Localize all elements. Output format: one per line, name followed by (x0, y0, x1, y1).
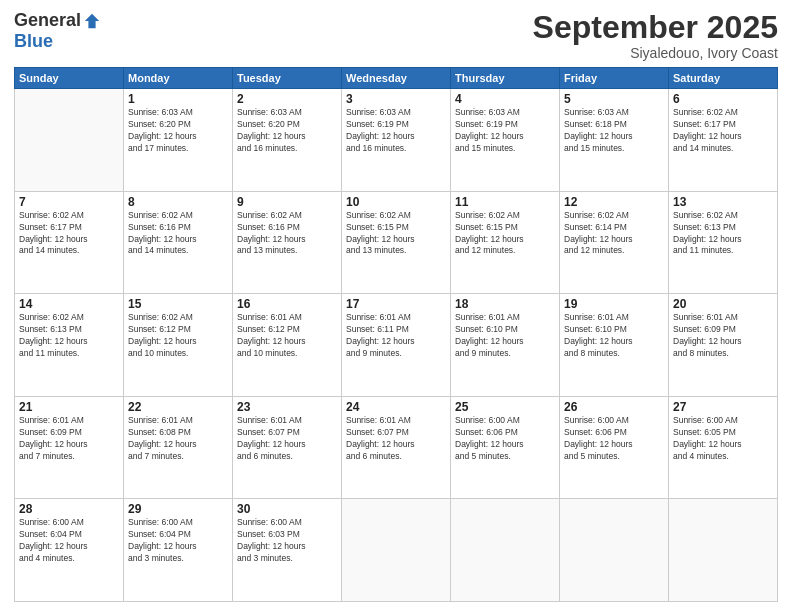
table-row: 3Sunrise: 6:03 AMSunset: 6:19 PMDaylight… (342, 89, 451, 192)
day-info: Sunrise: 6:03 AMSunset: 6:18 PMDaylight:… (564, 107, 664, 155)
day-number: 20 (673, 297, 773, 311)
col-saturday: Saturday (669, 68, 778, 89)
day-info: Sunrise: 6:02 AMSunset: 6:16 PMDaylight:… (128, 210, 228, 258)
day-number: 24 (346, 400, 446, 414)
day-number: 2 (237, 92, 337, 106)
day-info: Sunrise: 6:03 AMSunset: 6:19 PMDaylight:… (346, 107, 446, 155)
table-row: 8Sunrise: 6:02 AMSunset: 6:16 PMDaylight… (124, 191, 233, 294)
table-row: 6Sunrise: 6:02 AMSunset: 6:17 PMDaylight… (669, 89, 778, 192)
calendar-header-row: Sunday Monday Tuesday Wednesday Thursday… (15, 68, 778, 89)
day-number: 11 (455, 195, 555, 209)
day-info: Sunrise: 6:01 AMSunset: 6:08 PMDaylight:… (128, 415, 228, 463)
table-row: 19Sunrise: 6:01 AMSunset: 6:10 PMDayligh… (560, 294, 669, 397)
table-row: 16Sunrise: 6:01 AMSunset: 6:12 PMDayligh… (233, 294, 342, 397)
col-wednesday: Wednesday (342, 68, 451, 89)
day-info: Sunrise: 6:00 AMSunset: 6:05 PMDaylight:… (673, 415, 773, 463)
table-row: 7Sunrise: 6:02 AMSunset: 6:17 PMDaylight… (15, 191, 124, 294)
table-row: 24Sunrise: 6:01 AMSunset: 6:07 PMDayligh… (342, 396, 451, 499)
table-row: 20Sunrise: 6:01 AMSunset: 6:09 PMDayligh… (669, 294, 778, 397)
day-info: Sunrise: 6:01 AMSunset: 6:09 PMDaylight:… (19, 415, 119, 463)
day-info: Sunrise: 6:03 AMSunset: 6:19 PMDaylight:… (455, 107, 555, 155)
table-row: 27Sunrise: 6:00 AMSunset: 6:05 PMDayligh… (669, 396, 778, 499)
table-row: 13Sunrise: 6:02 AMSunset: 6:13 PMDayligh… (669, 191, 778, 294)
day-info: Sunrise: 6:01 AMSunset: 6:07 PMDaylight:… (346, 415, 446, 463)
table-row: 29Sunrise: 6:00 AMSunset: 6:04 PMDayligh… (124, 499, 233, 602)
svg-marker-0 (85, 13, 99, 27)
calendar-week-row: 28Sunrise: 6:00 AMSunset: 6:04 PMDayligh… (15, 499, 778, 602)
day-number: 9 (237, 195, 337, 209)
day-info: Sunrise: 6:02 AMSunset: 6:14 PMDaylight:… (564, 210, 664, 258)
day-number: 13 (673, 195, 773, 209)
table-row (15, 89, 124, 192)
table-row (451, 499, 560, 602)
day-number: 1 (128, 92, 228, 106)
day-number: 10 (346, 195, 446, 209)
table-row: 1Sunrise: 6:03 AMSunset: 6:20 PMDaylight… (124, 89, 233, 192)
day-info: Sunrise: 6:01 AMSunset: 6:11 PMDaylight:… (346, 312, 446, 360)
page: General Blue September 2025 Siyaledouo, … (0, 0, 792, 612)
table-row: 26Sunrise: 6:00 AMSunset: 6:06 PMDayligh… (560, 396, 669, 499)
day-info: Sunrise: 6:02 AMSunset: 6:17 PMDaylight:… (19, 210, 119, 258)
location-subtitle: Siyaledouo, Ivory Coast (533, 45, 778, 61)
table-row: 2Sunrise: 6:03 AMSunset: 6:20 PMDaylight… (233, 89, 342, 192)
table-row: 28Sunrise: 6:00 AMSunset: 6:04 PMDayligh… (15, 499, 124, 602)
day-info: Sunrise: 6:00 AMSunset: 6:04 PMDaylight:… (19, 517, 119, 565)
month-title: September 2025 (533, 10, 778, 45)
day-info: Sunrise: 6:01 AMSunset: 6:09 PMDaylight:… (673, 312, 773, 360)
day-info: Sunrise: 6:02 AMSunset: 6:15 PMDaylight:… (346, 210, 446, 258)
col-tuesday: Tuesday (233, 68, 342, 89)
day-number: 4 (455, 92, 555, 106)
table-row: 21Sunrise: 6:01 AMSunset: 6:09 PMDayligh… (15, 396, 124, 499)
day-number: 18 (455, 297, 555, 311)
day-info: Sunrise: 6:00 AMSunset: 6:04 PMDaylight:… (128, 517, 228, 565)
day-number: 30 (237, 502, 337, 516)
day-info: Sunrise: 6:00 AMSunset: 6:06 PMDaylight:… (564, 415, 664, 463)
day-number: 14 (19, 297, 119, 311)
table-row: 15Sunrise: 6:02 AMSunset: 6:12 PMDayligh… (124, 294, 233, 397)
day-number: 12 (564, 195, 664, 209)
table-row: 22Sunrise: 6:01 AMSunset: 6:08 PMDayligh… (124, 396, 233, 499)
day-info: Sunrise: 6:02 AMSunset: 6:17 PMDaylight:… (673, 107, 773, 155)
day-number: 29 (128, 502, 228, 516)
table-row: 25Sunrise: 6:00 AMSunset: 6:06 PMDayligh… (451, 396, 560, 499)
calendar-week-row: 14Sunrise: 6:02 AMSunset: 6:13 PMDayligh… (15, 294, 778, 397)
table-row: 4Sunrise: 6:03 AMSunset: 6:19 PMDaylight… (451, 89, 560, 192)
calendar-week-row: 21Sunrise: 6:01 AMSunset: 6:09 PMDayligh… (15, 396, 778, 499)
logo: General Blue (14, 10, 101, 52)
col-monday: Monday (124, 68, 233, 89)
day-info: Sunrise: 6:01 AMSunset: 6:10 PMDaylight:… (455, 312, 555, 360)
table-row: 14Sunrise: 6:02 AMSunset: 6:13 PMDayligh… (15, 294, 124, 397)
logo-general: General (14, 10, 81, 31)
day-info: Sunrise: 6:02 AMSunset: 6:16 PMDaylight:… (237, 210, 337, 258)
day-info: Sunrise: 6:03 AMSunset: 6:20 PMDaylight:… (237, 107, 337, 155)
day-number: 5 (564, 92, 664, 106)
day-number: 28 (19, 502, 119, 516)
col-thursday: Thursday (451, 68, 560, 89)
title-area: September 2025 Siyaledouo, Ivory Coast (533, 10, 778, 61)
table-row: 12Sunrise: 6:02 AMSunset: 6:14 PMDayligh… (560, 191, 669, 294)
day-info: Sunrise: 6:03 AMSunset: 6:20 PMDaylight:… (128, 107, 228, 155)
calendar-week-row: 7Sunrise: 6:02 AMSunset: 6:17 PMDaylight… (15, 191, 778, 294)
day-info: Sunrise: 6:01 AMSunset: 6:07 PMDaylight:… (237, 415, 337, 463)
day-number: 16 (237, 297, 337, 311)
day-info: Sunrise: 6:01 AMSunset: 6:10 PMDaylight:… (564, 312, 664, 360)
table-row: 10Sunrise: 6:02 AMSunset: 6:15 PMDayligh… (342, 191, 451, 294)
day-number: 25 (455, 400, 555, 414)
day-info: Sunrise: 6:02 AMSunset: 6:15 PMDaylight:… (455, 210, 555, 258)
table-row: 11Sunrise: 6:02 AMSunset: 6:15 PMDayligh… (451, 191, 560, 294)
calendar-table: Sunday Monday Tuesday Wednesday Thursday… (14, 67, 778, 602)
col-friday: Friday (560, 68, 669, 89)
col-sunday: Sunday (15, 68, 124, 89)
calendar-week-row: 1Sunrise: 6:03 AMSunset: 6:20 PMDaylight… (15, 89, 778, 192)
table-row (669, 499, 778, 602)
logo-blue: Blue (14, 31, 53, 52)
day-number: 26 (564, 400, 664, 414)
day-number: 19 (564, 297, 664, 311)
table-row: 23Sunrise: 6:01 AMSunset: 6:07 PMDayligh… (233, 396, 342, 499)
day-info: Sunrise: 6:01 AMSunset: 6:12 PMDaylight:… (237, 312, 337, 360)
table-row: 30Sunrise: 6:00 AMSunset: 6:03 PMDayligh… (233, 499, 342, 602)
table-row (342, 499, 451, 602)
day-number: 6 (673, 92, 773, 106)
day-number: 23 (237, 400, 337, 414)
logo-icon (83, 12, 101, 30)
